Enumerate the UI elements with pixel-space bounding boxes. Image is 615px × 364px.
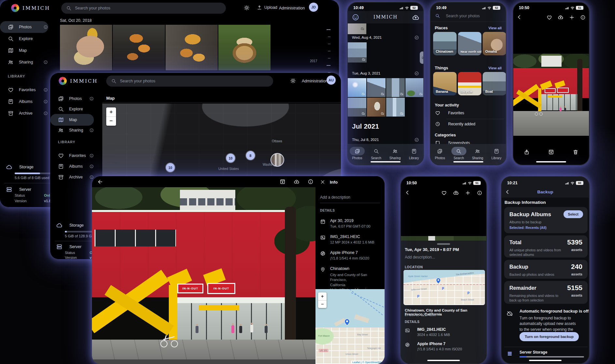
theme-toggle-button[interactable] <box>244 5 250 11</box>
select-group-icon[interactable] <box>414 35 419 40</box>
turn-on-backup-button[interactable]: Turn on foreground backup <box>520 332 579 341</box>
photo-thumb[interactable] <box>386 98 405 117</box>
map-cluster-marker[interactable]: 10 <box>226 154 235 162</box>
recently-added-row[interactable]: Recently added <box>435 121 475 127</box>
map-photo-marker[interactable] <box>271 153 284 167</box>
archive-icon[interactable] <box>548 149 554 155</box>
map-cluster-marker[interactable]: 10 <box>166 163 175 172</box>
home-indicator[interactable] <box>427 360 460 361</box>
user-avatar[interactable]: JD <box>309 3 318 12</box>
photo-thumb[interactable] <box>367 98 386 117</box>
timeline-tick[interactable] <box>328 58 330 59</box>
description-input[interactable]: Add a description <box>320 195 350 200</box>
archive-button-icon[interactable] <box>280 179 286 185</box>
photo-mushroom-2[interactable] <box>113 25 165 70</box>
photo-in-n-out-mobile[interactable] <box>513 54 589 136</box>
photo-mushroom-3[interactable] <box>166 25 218 70</box>
detail-location-row[interactable]: Chinatown City and County of San Francis… <box>320 266 382 293</box>
share-icon[interactable] <box>524 149 530 155</box>
home-indicator[interactable] <box>529 360 562 361</box>
nav-sharing[interactable]: Sharing <box>386 147 404 160</box>
home-indicator[interactable] <box>536 161 566 162</box>
close-info-button[interactable] <box>320 179 325 185</box>
location-map[interactable]: P P P The Embarcadero Jefferson Street B… <box>403 270 485 305</box>
profile-avatar-icon[interactable] <box>352 13 359 21</box>
nav-search[interactable]: Search <box>450 147 468 160</box>
back-button[interactable] <box>405 190 410 195</box>
zoom-in-button[interactable]: + <box>106 107 116 117</box>
nav-photos[interactable]: Photos <box>431 147 449 160</box>
theme-toggle-button[interactable] <box>290 78 296 84</box>
sidebar-item-map[interactable]: Map <box>50 114 94 126</box>
photo-thumb[interactable] <box>348 98 366 117</box>
sidebar-item-photos[interactable]: Photos <box>0 21 48 33</box>
zoom-in-button[interactable]: + <box>318 292 327 301</box>
nav-library[interactable]: Library <box>487 147 505 160</box>
place-card[interactable]: Omaha <box>483 32 506 55</box>
photo-thumb[interactable] <box>386 78 405 97</box>
thing-card[interactable]: Banana <box>433 72 457 95</box>
location-minimap[interactable]: + − Fort Mason Bay Street US 101 Union S… <box>315 289 385 364</box>
upload-button[interactable]: Upload <box>257 5 277 10</box>
timeline-tick[interactable] <box>327 65 330 66</box>
photo-mushroom-1[interactable] <box>60 25 112 70</box>
photo-in-n-out[interactable]: IN-N-OUT IN-N-OUT <box>92 187 315 364</box>
home-indicator[interactable] <box>371 161 401 162</box>
sidebar-item-explore[interactable]: Explore <box>50 103 99 115</box>
photo-thumb[interactable] <box>405 78 424 97</box>
things-view-all[interactable]: View all <box>489 66 502 70</box>
search-input[interactable]: Search your photos <box>106 76 273 87</box>
timeline-tick[interactable] <box>328 51 330 51</box>
search-input[interactable]: Search your photos <box>61 3 226 14</box>
back-button[interactable] <box>505 189 510 195</box>
description-input[interactable]: Add description... <box>405 255 435 259</box>
map-attribution[interactable]: Leaflet | © OpenStreetMap <box>351 360 385 364</box>
timeline-scrubber-handle[interactable] <box>420 51 424 64</box>
thing-card[interactable]: Boat <box>483 72 506 95</box>
user-avatar[interactable]: AU <box>327 76 336 85</box>
home-indicator[interactable] <box>453 161 483 162</box>
sidebar-item-favorites[interactable]: Favorites <box>0 84 49 96</box>
photo-thumb[interactable] <box>348 23 366 34</box>
nav-sharing[interactable]: Sharing <box>468 147 487 160</box>
places-view-all[interactable]: View all <box>489 26 502 30</box>
select-group-icon[interactable] <box>414 71 419 76</box>
zoom-out-button[interactable]: − <box>106 117 116 126</box>
cloud-upload-icon[interactable] <box>453 190 459 196</box>
administration-link[interactable]: Administration <box>302 79 328 83</box>
timeline-tick[interactable] <box>327 29 330 30</box>
place-card[interactable]: Near north side <box>458 32 481 55</box>
select-group-icon[interactable] <box>414 137 419 142</box>
photo-thumb[interactable] <box>348 78 366 97</box>
sidebar-item-albums[interactable]: Albums <box>0 96 49 107</box>
info-icon[interactable] <box>580 15 586 20</box>
map-cluster-marker[interactable]: 8 <box>246 151 255 160</box>
backup-cloud-icon[interactable] <box>412 14 419 21</box>
plus-icon[interactable] <box>465 190 471 196</box>
sidebar-item-map[interactable]: Map <box>0 45 49 56</box>
timeline-tick[interactable] <box>328 36 330 37</box>
info-icon[interactable] <box>477 190 482 196</box>
cloud-download-icon[interactable] <box>294 179 300 185</box>
search-input[interactable]: Search your photos <box>435 13 480 18</box>
trash-icon[interactable] <box>573 149 578 155</box>
timeline-tick[interactable] <box>328 44 330 44</box>
thing-card[interactable]: Bicycle <box>458 72 481 95</box>
cloud-upload-icon[interactable] <box>558 14 564 20</box>
photo-thumb[interactable] <box>367 78 386 97</box>
photo-thumb[interactable] <box>348 42 367 63</box>
favorites-row[interactable]: Favorites <box>435 110 464 116</box>
sidebar-item-explore[interactable]: Explore <box>0 33 49 45</box>
back-button[interactable] <box>517 14 522 20</box>
back-button[interactable] <box>97 179 103 185</box>
nav-photos[interactable]: Photos <box>348 147 366 160</box>
nav-search[interactable]: Search <box>367 147 385 160</box>
sheet-drag-handle[interactable] <box>437 243 450 245</box>
photo-sliver[interactable] <box>401 236 486 241</box>
plus-icon[interactable] <box>569 15 575 20</box>
heart-icon[interactable] <box>547 15 552 20</box>
administration-link[interactable]: Administration <box>279 6 305 10</box>
photo-mushroom-4[interactable] <box>218 25 271 70</box>
heart-icon[interactable] <box>441 190 447 196</box>
info-icon[interactable] <box>308 179 314 185</box>
